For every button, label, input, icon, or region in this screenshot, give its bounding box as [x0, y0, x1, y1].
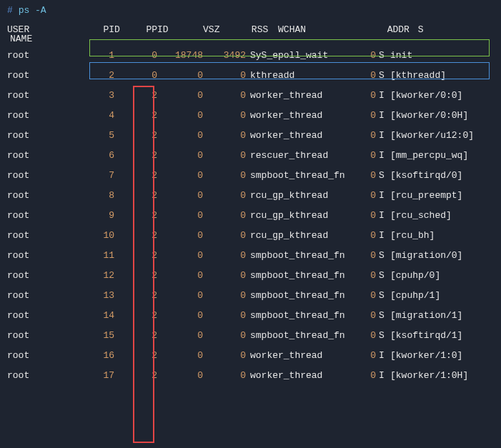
cell-addr: 0 — [353, 251, 376, 260]
process-rows: root10187483492SyS_epoll_wait0Sinitroot2… — [7, 51, 494, 380]
cell-rss: 0 — [203, 291, 246, 300]
cell-vsz: 0 — [157, 251, 203, 260]
cell-rss: 0 — [203, 111, 246, 120]
cell-pid: 12 — [43, 271, 114, 280]
table-row: root5200worker_thread0I[kworker/u12:0] — [7, 131, 494, 140]
cell-ppid: 2 — [114, 371, 157, 380]
cell-pid: 2 — [43, 71, 114, 80]
col-rss: RSS — [225, 25, 268, 34]
cell-s: S — [376, 271, 387, 280]
cell-s: S — [376, 51, 387, 60]
col-name: NAME — [7, 34, 100, 44]
cell-vsz: 0 — [157, 331, 203, 340]
cell-pid: 6 — [43, 151, 114, 160]
prompt-hash: # — [7, 5, 13, 16]
cell-wchan: rcu_gp_kthread — [246, 191, 353, 200]
cell-rss: 0 — [203, 91, 246, 100]
cell-rss: 0 — [203, 191, 246, 200]
cell-rss: 0 — [203, 311, 246, 320]
cell-vsz: 0 — [157, 171, 203, 180]
cell-s: S — [376, 311, 387, 320]
cell-wchan: worker_thread — [246, 91, 353, 100]
cell-name: [migration/1] — [387, 311, 480, 320]
cell-addr: 0 — [353, 311, 376, 320]
table-row: root17200worker_thread0I[kworker/1:0H] — [7, 371, 494, 380]
cell-pid: 9 — [43, 211, 114, 220]
cell-user: root — [7, 131, 43, 140]
cell-name: [cpuhp/1] — [387, 291, 480, 300]
cell-wchan: rescuer_thread — [246, 151, 353, 160]
cell-user: root — [7, 251, 43, 260]
table-row: root3200worker_thread0I[kworker/0:0] — [7, 91, 494, 100]
cell-name: [cpuhp/0] — [387, 271, 480, 280]
cell-s: S — [376, 251, 387, 260]
cell-user: root — [7, 51, 43, 60]
table-row: root6200rescuer_thread0I[mm_percpu_wq] — [7, 151, 494, 160]
cell-name: [ksoftirqd/0] — [387, 171, 480, 180]
cell-pid: 16 — [43, 351, 114, 360]
table-row: root2000kthreadd0S[kthreadd] — [7, 71, 494, 80]
table-row: root16200worker_thread0I[kworker/1:0] — [7, 351, 494, 360]
col-s: S — [415, 25, 427, 34]
cell-wchan: smpboot_thread_fn — [246, 291, 353, 300]
cell-wchan: worker_thread — [246, 131, 353, 140]
cell-ppid: 2 — [114, 271, 157, 280]
cell-wchan: SyS_epoll_wait — [246, 51, 353, 60]
cell-name: [kthreadd] — [387, 71, 480, 80]
cell-name: [ksoftirqd/1] — [387, 331, 480, 340]
cell-name: [kworker/1:0] — [387, 351, 480, 360]
cell-user: root — [7, 371, 43, 380]
cell-ppid: 2 — [114, 291, 157, 300]
cell-vsz: 0 — [157, 351, 203, 360]
cell-s: I — [376, 131, 387, 140]
cell-wchan: smpboot_thread_fn — [246, 271, 353, 280]
table-row: root15200smpboot_thread_fn0S[ksoftirqd/1… — [7, 331, 494, 340]
cell-wchan: worker_thread — [246, 351, 353, 360]
cell-user: root — [7, 291, 43, 300]
cell-s: S — [376, 171, 387, 180]
terminal: # ps -A USER PID PPID VSZ RSS WCHAN ADDR… — [0, 0, 501, 399]
cell-user: root — [7, 71, 43, 80]
cell-ppid: 0 — [114, 71, 157, 80]
prompt-command: ps -A — [19, 5, 46, 16]
cell-ppid: 2 — [114, 251, 157, 260]
cell-ppid: 0 — [114, 51, 157, 60]
col-addr: ADDR — [387, 25, 410, 34]
cell-vsz: 0 — [157, 71, 203, 80]
cell-rss: 0 — [203, 131, 246, 140]
table-row: root7200smpboot_thread_fn0S[ksoftirqd/0] — [7, 171, 494, 180]
cell-rss: 0 — [203, 231, 246, 240]
cell-ppid: 2 — [114, 311, 157, 320]
cell-addr: 0 — [353, 291, 376, 300]
cell-pid: 4 — [43, 111, 114, 120]
cell-pid: 11 — [43, 251, 114, 260]
cell-pid: 5 — [43, 131, 114, 140]
cell-vsz: 0 — [157, 311, 203, 320]
cell-wchan: rcu_gp_kthread — [246, 231, 353, 240]
cell-s: S — [376, 71, 387, 80]
cell-vsz: 0 — [157, 151, 203, 160]
cell-pid: 15 — [43, 331, 114, 340]
col-wchan: WCHAN — [274, 25, 381, 34]
cell-user: root — [7, 351, 43, 360]
cell-rss: 3492 — [203, 51, 246, 60]
table-row: root8200rcu_gp_kthread0I[rcu_preempt] — [7, 191, 494, 200]
col-vsz: VSZ — [174, 25, 219, 34]
table-row: root9200rcu_gp_kthread0I[rcu_sched] — [7, 211, 494, 220]
cell-addr: 0 — [353, 51, 376, 60]
cell-name: [rcu_sched] — [387, 211, 480, 220]
cell-addr: 0 — [353, 131, 376, 140]
cell-s: I — [376, 91, 387, 100]
cell-wchan: worker_thread — [246, 111, 353, 120]
cell-rss: 0 — [203, 251, 246, 260]
table-row: root11200smpboot_thread_fn0S[migration/0… — [7, 251, 494, 260]
cell-addr: 0 — [353, 151, 376, 160]
cell-s: I — [376, 151, 387, 160]
cell-ppid: 2 — [114, 231, 157, 240]
cell-wchan: smpboot_thread_fn — [246, 171, 353, 180]
cell-name: init — [387, 51, 480, 60]
cell-addr: 0 — [353, 71, 376, 80]
cell-user: root — [7, 231, 43, 240]
cell-name: [kworker/0:0H] — [387, 111, 480, 120]
cell-s: I — [376, 351, 387, 360]
